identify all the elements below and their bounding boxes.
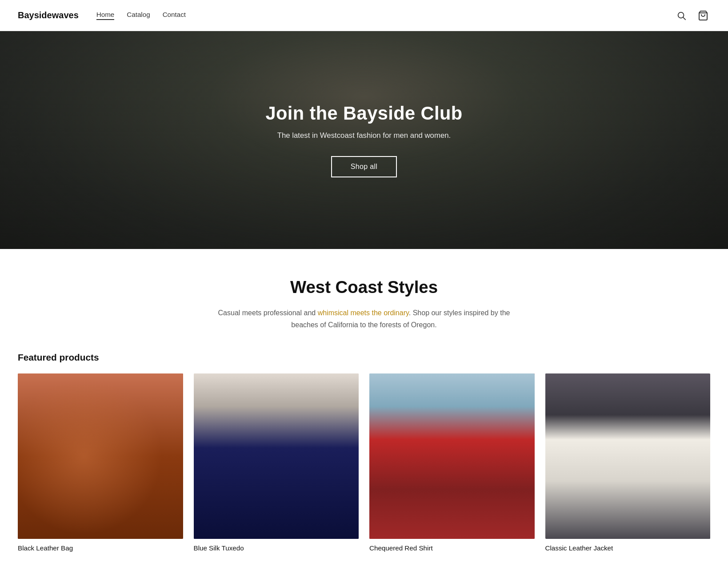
nav-item-catalog[interactable]: Catalog (127, 11, 150, 20)
product-image-2 (369, 373, 535, 539)
nav-item-contact[interactable]: Contact (163, 11, 186, 20)
featured-products-section: Featured products Black Leather Bag Blue… (0, 352, 728, 579)
product-image-0 (18, 373, 183, 539)
main-nav: Home Catalog Contact (96, 11, 675, 20)
products-grid: Black Leather Bag Blue Silk Tuxedo Chequ… (18, 373, 710, 552)
product-card-2[interactable]: Chequered Red Shirt (369, 373, 535, 552)
site-header: Baysidewaves Home Catalog Contact (0, 0, 728, 31)
product-image-3 (545, 373, 711, 539)
svg-line-1 (683, 17, 685, 20)
section-desc-plain: Casual meets professional and (218, 309, 318, 317)
section-intro: West Coast Styles Casual meets professio… (0, 249, 728, 352)
section-heading: West Coast Styles (18, 277, 710, 297)
hero-content: Join the Bayside Club The latest in West… (256, 94, 471, 186)
hero-subtitle: The latest in Westcoast fashion for men … (265, 131, 462, 140)
shop-all-button[interactable]: Shop all (331, 156, 397, 177)
section-description: Casual meets professional and whimsical … (213, 307, 515, 331)
product-name-0: Black Leather Bag (18, 544, 73, 552)
cart-icon (698, 10, 708, 21)
nav-item-home[interactable]: Home (96, 11, 115, 20)
section-desc-highlight: whimsical meets the ordinary (318, 309, 409, 317)
product-name-3: Classic Leather Jacket (545, 544, 613, 552)
cart-button[interactable] (696, 8, 710, 23)
search-button[interactable] (675, 9, 688, 22)
product-card-0[interactable]: Black Leather Bag (18, 373, 183, 552)
hero-section: Join the Bayside Club The latest in West… (0, 31, 728, 249)
header-icons (675, 8, 710, 23)
product-name-2: Chequered Red Shirt (369, 544, 433, 552)
product-card-3[interactable]: Classic Leather Jacket (545, 373, 711, 552)
brand-logo[interactable]: Baysidewaves (18, 10, 79, 20)
featured-heading: Featured products (18, 352, 710, 363)
product-card-1[interactable]: Blue Silk Tuxedo (194, 373, 359, 552)
hero-title: Join the Bayside Club (265, 103, 462, 124)
product-image-1 (194, 373, 359, 539)
search-icon (676, 11, 686, 20)
product-name-1: Blue Silk Tuxedo (194, 544, 244, 552)
